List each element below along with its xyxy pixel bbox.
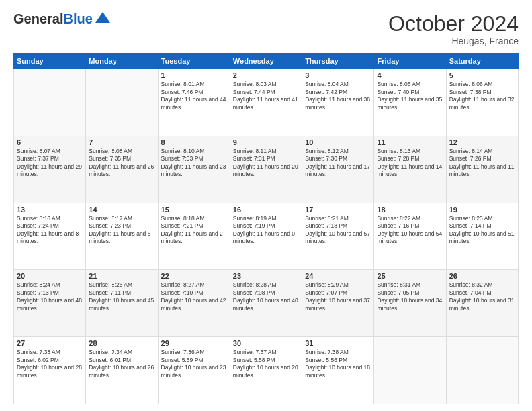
col-thursday: Thursday — [302, 54, 374, 69]
cell-info: Sunrise: 8:08 AM Sunset: 7:35 PM Dayligh… — [89, 148, 154, 179]
table-row: 25Sunrise: 8:31 AM Sunset: 7:05 PM Dayli… — [374, 270, 446, 337]
table-row: 14Sunrise: 8:17 AM Sunset: 7:23 PM Dayli… — [86, 203, 158, 270]
table-row: 16Sunrise: 8:19 AM Sunset: 7:19 PM Dayli… — [230, 203, 302, 270]
day-number: 5 — [449, 71, 515, 79]
table-row: 23Sunrise: 8:28 AM Sunset: 7:08 PM Dayli… — [230, 270, 302, 337]
cell-info: Sunrise: 8:10 AM Sunset: 7:33 PM Dayligh… — [161, 148, 227, 179]
cell-info: Sunrise: 8:21 AM Sunset: 7:18 PM Dayligh… — [305, 215, 371, 246]
title-section: October 2024 Heugas, France — [388, 12, 519, 46]
calendar-week-row: 1Sunrise: 8:01 AM Sunset: 7:46 PM Daylig… — [14, 69, 519, 136]
cell-info: Sunrise: 8:13 AM Sunset: 7:28 PM Dayligh… — [377, 148, 443, 179]
col-friday: Friday — [374, 54, 446, 69]
col-monday: Monday — [86, 54, 158, 69]
table-row: 20Sunrise: 8:24 AM Sunset: 7:13 PM Dayli… — [14, 270, 86, 337]
day-number: 13 — [17, 205, 83, 214]
day-number: 8 — [161, 138, 227, 146]
table-row — [446, 337, 518, 404]
table-row: 18Sunrise: 8:22 AM Sunset: 7:16 PM Dayli… — [374, 203, 446, 270]
location: Heugas, France — [388, 36, 519, 46]
page: GeneralBlue October 2024 Heugas, France … — [0, 0, 532, 411]
day-number: 3 — [305, 71, 371, 79]
day-number: 27 — [17, 339, 83, 347]
cell-info: Sunrise: 8:05 AM Sunset: 7:40 PM Dayligh… — [377, 81, 443, 111]
table-row: 11Sunrise: 8:13 AM Sunset: 7:28 PM Dayli… — [374, 136, 446, 203]
cell-info: Sunrise: 8:22 AM Sunset: 7:16 PM Dayligh… — [377, 215, 443, 246]
day-number: 6 — [17, 138, 83, 146]
table-row: 8Sunrise: 8:10 AM Sunset: 7:33 PM Daylig… — [158, 136, 230, 203]
day-number: 23 — [233, 272, 299, 280]
cell-info: Sunrise: 8:18 AM Sunset: 7:21 PM Dayligh… — [161, 215, 227, 246]
day-number: 1 — [161, 71, 227, 79]
table-row: 6Sunrise: 8:07 AM Sunset: 7:37 PM Daylig… — [14, 136, 86, 203]
table-row: 17Sunrise: 8:21 AM Sunset: 7:18 PM Dayli… — [302, 203, 374, 270]
calendar-header-row: Sunday Monday Tuesday Wednesday Thursday… — [14, 54, 519, 69]
table-row: 24Sunrise: 8:29 AM Sunset: 7:07 PM Dayli… — [302, 270, 374, 337]
table-row: 12Sunrise: 8:14 AM Sunset: 7:26 PM Dayli… — [446, 136, 518, 203]
table-row: 31Sunrise: 7:38 AM Sunset: 5:56 PM Dayli… — [302, 337, 374, 404]
col-wednesday: Wednesday — [230, 54, 302, 69]
cell-info: Sunrise: 8:14 AM Sunset: 7:26 PM Dayligh… — [449, 148, 515, 179]
table-row: 27Sunrise: 7:33 AM Sunset: 6:02 PM Dayli… — [14, 337, 86, 404]
col-saturday: Saturday — [446, 54, 518, 69]
table-row: 4Sunrise: 8:05 AM Sunset: 7:40 PM Daylig… — [374, 69, 446, 136]
cell-info: Sunrise: 7:38 AM Sunset: 5:56 PM Dayligh… — [305, 349, 371, 379]
logo: GeneralBlue — [13, 12, 110, 26]
cell-info: Sunrise: 8:11 AM Sunset: 7:31 PM Dayligh… — [233, 148, 299, 179]
day-number: 22 — [161, 272, 227, 280]
logo-general: General — [13, 11, 63, 26]
day-number: 10 — [305, 138, 371, 146]
table-row: 10Sunrise: 8:12 AM Sunset: 7:30 PM Dayli… — [302, 136, 374, 203]
day-number: 19 — [449, 205, 515, 214]
table-row — [86, 69, 158, 136]
day-number: 29 — [161, 339, 227, 347]
table-row: 5Sunrise: 8:06 AM Sunset: 7:38 PM Daylig… — [446, 69, 518, 136]
table-row: 21Sunrise: 8:26 AM Sunset: 7:11 PM Dayli… — [86, 270, 158, 337]
table-row: 7Sunrise: 8:08 AM Sunset: 7:35 PM Daylig… — [86, 136, 158, 203]
table-row: 9Sunrise: 8:11 AM Sunset: 7:31 PM Daylig… — [230, 136, 302, 203]
logo-blue: Blue — [63, 11, 92, 26]
cell-info: Sunrise: 7:37 AM Sunset: 5:58 PM Dayligh… — [233, 349, 299, 379]
day-number: 7 — [89, 138, 154, 146]
day-number: 14 — [89, 205, 154, 214]
cell-info: Sunrise: 8:32 AM Sunset: 7:04 PM Dayligh… — [449, 281, 515, 312]
cell-info: Sunrise: 8:06 AM Sunset: 7:38 PM Dayligh… — [449, 81, 515, 111]
table-row: 13Sunrise: 8:16 AM Sunset: 7:24 PM Dayli… — [14, 203, 86, 270]
cell-info: Sunrise: 8:24 AM Sunset: 7:13 PM Dayligh… — [17, 281, 83, 312]
logo-icon — [95, 12, 110, 23]
logo-text: GeneralBlue — [13, 12, 93, 26]
day-number: 12 — [449, 138, 515, 146]
cell-info: Sunrise: 8:01 AM Sunset: 7:46 PM Dayligh… — [161, 81, 227, 111]
cell-info: Sunrise: 8:31 AM Sunset: 7:05 PM Dayligh… — [377, 281, 443, 312]
col-tuesday: Tuesday — [158, 54, 230, 69]
cell-info: Sunrise: 8:12 AM Sunset: 7:30 PM Dayligh… — [305, 148, 371, 179]
cell-info: Sunrise: 8:03 AM Sunset: 7:44 PM Dayligh… — [233, 81, 299, 111]
day-number: 2 — [233, 71, 299, 79]
cell-info: Sunrise: 8:27 AM Sunset: 7:10 PM Dayligh… — [161, 281, 227, 312]
calendar-week-row: 27Sunrise: 7:33 AM Sunset: 6:02 PM Dayli… — [14, 337, 519, 404]
cell-info: Sunrise: 8:07 AM Sunset: 7:37 PM Dayligh… — [17, 148, 83, 179]
col-sunday: Sunday — [14, 54, 86, 69]
cell-info: Sunrise: 8:16 AM Sunset: 7:24 PM Dayligh… — [17, 215, 83, 246]
table-row: 15Sunrise: 8:18 AM Sunset: 7:21 PM Dayli… — [158, 203, 230, 270]
day-number: 21 — [89, 272, 154, 280]
cell-info: Sunrise: 7:36 AM Sunset: 5:59 PM Dayligh… — [161, 349, 227, 379]
calendar-week-row: 13Sunrise: 8:16 AM Sunset: 7:24 PM Dayli… — [14, 203, 519, 270]
table-row: 2Sunrise: 8:03 AM Sunset: 7:44 PM Daylig… — [230, 69, 302, 136]
table-row: 29Sunrise: 7:36 AM Sunset: 5:59 PM Dayli… — [158, 337, 230, 404]
table-row: 30Sunrise: 7:37 AM Sunset: 5:58 PM Dayli… — [230, 337, 302, 404]
day-number: 31 — [305, 339, 371, 347]
day-number: 17 — [305, 205, 371, 214]
day-number: 26 — [449, 272, 515, 280]
table-row: 3Sunrise: 8:04 AM Sunset: 7:42 PM Daylig… — [302, 69, 374, 136]
month-year: October 2024 — [388, 12, 519, 36]
table-row: 28Sunrise: 7:34 AM Sunset: 6:01 PM Dayli… — [86, 337, 158, 404]
cell-info: Sunrise: 8:29 AM Sunset: 7:07 PM Dayligh… — [305, 281, 371, 312]
day-number: 16 — [233, 205, 299, 214]
cell-info: Sunrise: 7:33 AM Sunset: 6:02 PM Dayligh… — [17, 349, 83, 379]
day-number: 24 — [305, 272, 371, 280]
day-number: 4 — [377, 71, 443, 79]
day-number: 11 — [377, 138, 443, 146]
header: GeneralBlue October 2024 Heugas, France — [13, 12, 519, 46]
cell-info: Sunrise: 8:23 AM Sunset: 7:14 PM Dayligh… — [449, 215, 515, 246]
cell-info: Sunrise: 8:17 AM Sunset: 7:23 PM Dayligh… — [89, 215, 154, 246]
